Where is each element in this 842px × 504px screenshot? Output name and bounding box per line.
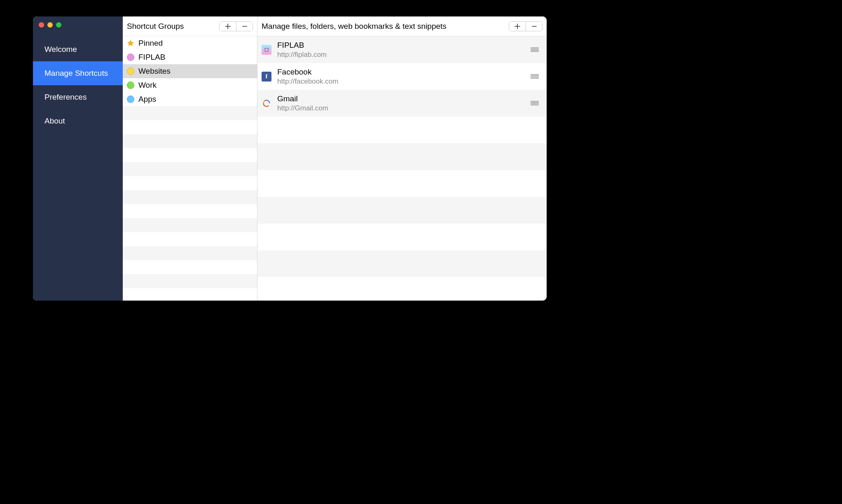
shortcuts-add-remove <box>509 21 543 31</box>
shortcut-row[interactable]: f Facebook http://facebook.com <box>257 63 547 90</box>
sidebar-item-manage-shortcuts[interactable]: Manage Shortcuts <box>33 61 123 85</box>
traffic-lights <box>33 16 123 30</box>
empty-row <box>123 106 257 120</box>
empty-row <box>257 117 547 143</box>
shortcut-text: Facebook http://facebook.com <box>277 68 530 86</box>
group-row-pinned[interactable]: Pinned <box>123 36 257 50</box>
empty-row <box>257 170 547 197</box>
sidebar-item-welcome[interactable]: Welcome <box>33 37 123 61</box>
shortcuts-title: Manage files, folders, web bookmarks & t… <box>262 22 447 31</box>
group-row-work[interactable]: Work <box>123 78 257 92</box>
empty-row <box>123 260 257 274</box>
app-window: Welcome Manage Shortcuts Preferences Abo… <box>33 16 547 301</box>
groups-title: Shortcut Groups <box>127 22 184 31</box>
minimize-window-button[interactable] <box>47 22 53 28</box>
empty-row <box>123 218 257 232</box>
sidebar-item-about[interactable]: About <box>33 109 123 133</box>
shortcut-url: http://fiplab.com <box>277 51 530 59</box>
minus-icon <box>242 23 248 29</box>
empty-row <box>123 176 257 190</box>
reorder-handle-icon[interactable] <box>530 74 539 79</box>
plus-icon <box>225 23 231 29</box>
groups-column: Shortcut Groups Pinned FIPLAB We <box>123 16 257 301</box>
shortcut-url: http://Gmail.com <box>277 104 530 112</box>
group-row-fiplab[interactable]: FIPLAB <box>123 50 257 64</box>
sidebar-item-preferences[interactable]: Preferences <box>33 85 123 109</box>
shortcuts-column: Manage files, folders, web bookmarks & t… <box>257 16 547 301</box>
group-label: Websites <box>138 67 171 76</box>
groups-add-remove <box>219 21 253 31</box>
minus-icon <box>531 23 537 29</box>
color-dot-icon <box>127 54 134 61</box>
zoom-window-button[interactable] <box>56 22 61 28</box>
shortcut-title: Gmail <box>277 94 530 103</box>
favicon-gmail <box>262 98 271 108</box>
reorder-handle-icon[interactable] <box>530 47 539 53</box>
star-icon <box>127 40 134 47</box>
empty-row <box>123 190 257 204</box>
empty-row <box>123 274 257 288</box>
favicon-facebook: f <box>262 72 271 82</box>
empty-row <box>123 120 257 134</box>
shortcut-row[interactable]: ⬚ FIPLAB http://fiplab.com <box>257 36 547 63</box>
add-group-button[interactable] <box>220 22 236 31</box>
color-dot-icon <box>127 96 134 103</box>
empty-row <box>123 134 257 148</box>
color-dot-icon <box>127 68 134 75</box>
shortcuts-header: Manage files, folders, web bookmarks & t… <box>257 16 547 36</box>
empty-row <box>123 148 257 162</box>
shortcut-title: Facebook <box>277 68 530 77</box>
sidebar: Welcome Manage Shortcuts Preferences Abo… <box>33 16 123 301</box>
empty-row <box>123 162 257 176</box>
group-row-websites[interactable]: Websites <box>123 64 257 78</box>
shortcut-list: ⬚ FIPLAB http://fiplab.com f Facebook ht… <box>257 36 547 301</box>
empty-row <box>257 277 547 301</box>
reorder-handle-icon[interactable] <box>530 100 539 106</box>
close-window-button[interactable] <box>39 22 44 28</box>
remove-group-button[interactable] <box>236 22 253 31</box>
shortcut-text: Gmail http://Gmail.com <box>277 94 530 112</box>
shortcut-url: http://facebook.com <box>277 77 530 86</box>
empty-row <box>257 250 547 277</box>
shortcut-text: FIPLAB http://fiplab.com <box>277 41 530 59</box>
empty-row <box>257 224 547 250</box>
shortcut-title: FIPLAB <box>277 41 530 50</box>
empty-row <box>257 143 547 170</box>
empty-row <box>123 288 257 301</box>
color-dot-icon <box>127 82 134 89</box>
group-label: FIPLAB <box>138 53 165 62</box>
group-row-apps[interactable]: Apps <box>123 92 257 106</box>
group-label: Pinned <box>138 39 163 48</box>
shortcut-row[interactable]: Gmail http://Gmail.com <box>257 90 547 117</box>
plus-icon <box>515 23 520 29</box>
group-label: Apps <box>138 95 156 104</box>
empty-row <box>257 197 547 224</box>
empty-row <box>123 232 257 246</box>
group-list: Pinned FIPLAB Websites Work Apps <box>123 36 257 301</box>
empty-row <box>123 246 257 260</box>
remove-shortcut-button[interactable] <box>526 22 542 31</box>
groups-header: Shortcut Groups <box>123 16 257 36</box>
empty-row <box>123 204 257 218</box>
add-shortcut-button[interactable] <box>509 22 526 31</box>
group-label: Work <box>138 81 157 90</box>
favicon-fiplab: ⬚ <box>262 45 271 55</box>
sidebar-nav: Welcome Manage Shortcuts Preferences Abo… <box>33 30 123 133</box>
